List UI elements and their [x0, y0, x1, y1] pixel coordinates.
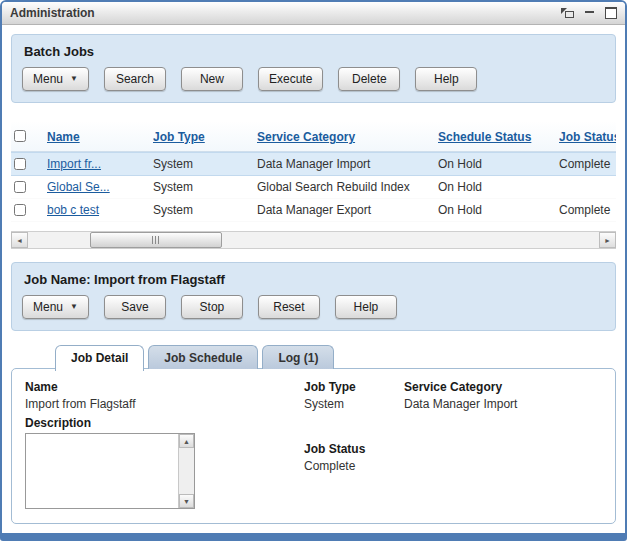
new-button[interactable]: New — [181, 67, 243, 91]
job-name-title: Job Name: Import from Flagstaff — [24, 272, 605, 287]
administration-window: Administration Batch Jobs Menu ▼ Search … — [0, 0, 627, 541]
job-toolbar: Menu ▼ Save Stop Reset Help — [22, 295, 605, 319]
reset-button[interactable]: Reset — [258, 295, 320, 319]
maximize-icon[interactable] — [605, 7, 617, 19]
row-checkbox[interactable] — [14, 181, 26, 193]
tab-job-detail[interactable]: Job Detail — [55, 345, 144, 371]
menu-button[interactable]: Menu ▼ — [22, 295, 89, 319]
schedule-status-cell: On Hold — [438, 203, 559, 217]
column-header-job-status[interactable]: Job Status — [559, 130, 616, 144]
jobs-table: Name Job Type Service Category Schedule … — [11, 121, 616, 249]
column-header-job-type[interactable]: Job Type — [153, 130, 205, 144]
service-category-cell: Data Manager Export — [257, 203, 438, 217]
help-button[interactable]: Help — [415, 67, 477, 91]
scrollbar-track[interactable] — [28, 232, 599, 248]
menu-dropdown-icon: ▼ — [70, 303, 78, 311]
job-detail-panel: Name Import from Flagstaff Description ▲… — [11, 368, 616, 524]
table-header-row: Name Job Type Service Category Schedule … — [11, 121, 616, 152]
batch-jobs-panel: Batch Jobs Menu ▼ Search New Execute Del… — [11, 34, 616, 103]
table-row[interactable]: Global Se... System Global Search Rebuil… — [11, 176, 616, 199]
job-status-value: Complete — [304, 459, 365, 473]
execute-button[interactable]: Execute — [258, 67, 323, 91]
detail-right-column: Service Category Data Manager Import — [404, 380, 517, 416]
service-category-cell: Global Search Rebuild Index — [257, 180, 438, 194]
select-all-checkbox[interactable] — [14, 130, 26, 142]
window-controls — [561, 7, 617, 19]
service-category-cell: Data Manager Import — [257, 157, 438, 171]
job-name-link[interactable]: Global Se... — [47, 180, 110, 194]
stop-button[interactable]: Stop — [181, 295, 243, 319]
tab-log[interactable]: Log (1) — [262, 345, 334, 369]
job-type-cell: System — [153, 157, 257, 171]
delete-button[interactable]: Delete — [338, 67, 400, 91]
minimize-icon[interactable] — [585, 11, 594, 13]
row-checkbox[interactable] — [14, 158, 26, 170]
menu-dropdown-icon: ▼ — [70, 75, 78, 83]
scroll-right-icon[interactable]: ► — [599, 232, 616, 248]
schedule-status-cell: On Hold — [438, 157, 559, 171]
title-bar: Administration — [2, 2, 625, 25]
undock-window-icon[interactable] — [561, 8, 574, 19]
job-type-label: Job Type — [304, 380, 365, 394]
batch-jobs-title: Batch Jobs — [24, 44, 605, 59]
job-name-link[interactable]: Import fr... — [47, 157, 101, 171]
job-status-cell: Complete — [559, 203, 616, 217]
window-content: Batch Jobs Menu ▼ Search New Execute Del… — [2, 25, 625, 524]
name-label: Name — [25, 380, 287, 394]
detail-left-column: Name Import from Flagstaff Description ▲… — [25, 380, 287, 509]
vertical-scrollbar[interactable]: ▲ ▼ — [178, 434, 194, 508]
scrollbar-thumb[interactable] — [90, 232, 222, 248]
menu-button[interactable]: Menu ▼ — [22, 67, 89, 91]
job-status-label: Job Status — [304, 442, 365, 456]
schedule-status-cell: On Hold — [438, 180, 559, 194]
menu-button-label: Menu — [33, 300, 63, 314]
help-button[interactable]: Help — [335, 295, 397, 319]
service-category-value: Data Manager Import — [404, 397, 517, 411]
menu-button-label: Menu — [33, 72, 63, 86]
description-field[interactable] — [26, 434, 179, 508]
detail-tabs: Job Detail Job Schedule Log (1) — [55, 345, 616, 369]
job-type-cell: System — [153, 203, 257, 217]
column-header-service-category[interactable]: Service Category — [257, 130, 355, 144]
job-status-cell: Complete — [559, 157, 616, 171]
service-category-label: Service Category — [404, 380, 517, 394]
job-name-link[interactable]: bob c test — [47, 203, 99, 217]
row-checkbox[interactable] — [14, 204, 26, 216]
detail-middle-column: Job Type System Job Status Complete — [304, 380, 365, 478]
search-button[interactable]: Search — [104, 67, 166, 91]
column-header-schedule-status[interactable]: Schedule Status — [438, 130, 531, 144]
description-label: Description — [25, 416, 287, 430]
scroll-up-icon[interactable]: ▲ — [179, 434, 194, 448]
job-type-value: System — [304, 397, 365, 411]
horizontal-scrollbar[interactable]: ◄ ► — [11, 231, 616, 249]
save-button[interactable]: Save — [104, 295, 166, 319]
scroll-down-icon[interactable]: ▼ — [179, 494, 194, 508]
job-type-cell: System — [153, 180, 257, 194]
table-row[interactable]: bob c test System Data Manager Export On… — [11, 199, 616, 222]
scrollbar-grip-icon — [152, 236, 161, 244]
batch-jobs-toolbar: Menu ▼ Search New Execute Delete Help — [22, 67, 605, 91]
window-title: Administration — [10, 6, 561, 20]
scroll-left-icon[interactable]: ◄ — [11, 232, 28, 248]
name-value: Import from Flagstaff — [25, 397, 287, 411]
table-row[interactable]: Import fr... System Data Manager Import … — [11, 152, 616, 176]
description-box: ▲ ▼ — [25, 433, 195, 509]
job-name-panel: Job Name: Import from Flagstaff Menu ▼ S… — [11, 262, 616, 331]
column-header-name[interactable]: Name — [47, 130, 80, 144]
tab-job-schedule[interactable]: Job Schedule — [148, 345, 258, 369]
